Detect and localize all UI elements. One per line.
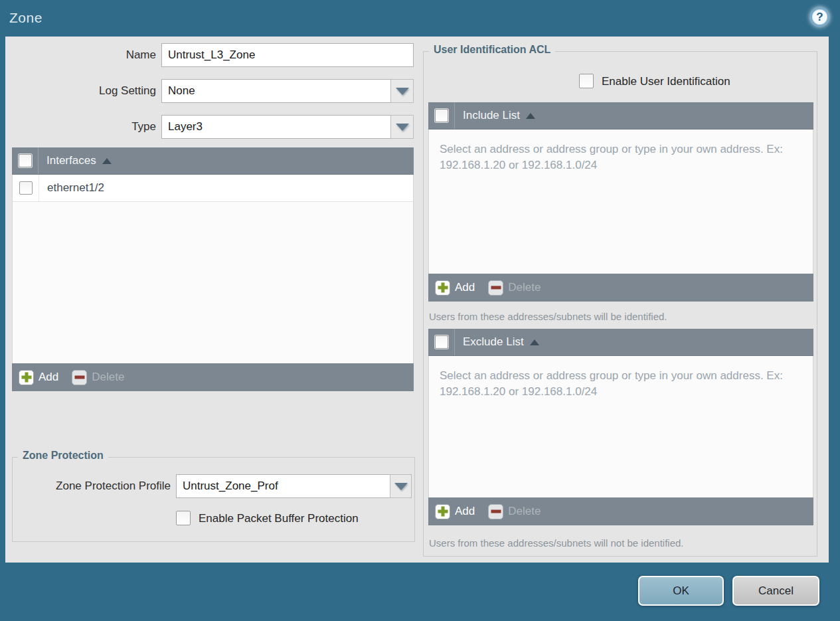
sort-ascending-icon[interactable] xyxy=(530,339,539,345)
dialog-title: Zone xyxy=(9,10,42,26)
type-input[interactable] xyxy=(161,115,391,139)
exclude-list-header-label: Exclude List xyxy=(463,335,524,349)
packet-buffer-protection-label: Enable Packet Buffer Protection xyxy=(199,512,359,525)
minus-icon xyxy=(72,370,87,385)
include-list-footer: Add Delete xyxy=(428,274,813,302)
exclude-list-caption: Users from these addresses/subnets will … xyxy=(429,537,684,549)
interfaces-delete-button[interactable]: Delete xyxy=(72,370,124,385)
chevron-down-icon xyxy=(396,124,409,131)
type-dropdown-button[interactable] xyxy=(390,115,414,139)
chevron-down-icon xyxy=(396,88,409,95)
help-icon[interactable]: ? xyxy=(810,7,829,27)
zone-protection-legend: Zone Protection xyxy=(18,450,108,462)
include-list-placeholder: Select an address or address group or ty… xyxy=(429,130,801,173)
include-list-header-label: Include List xyxy=(463,109,520,122)
zone-protection-profile-dropdown-button[interactable] xyxy=(390,474,412,498)
enable-user-identification-checkbox[interactable] xyxy=(579,74,594,88)
include-list-caption: Users from these addresses/subnets will … xyxy=(429,311,667,322)
interface-row[interactable]: ethernet1/2 xyxy=(12,175,414,202)
interfaces-select-all-checkbox[interactable] xyxy=(19,154,32,167)
minus-icon xyxy=(488,280,503,296)
sort-ascending-icon[interactable] xyxy=(526,113,535,119)
interfaces-table-body xyxy=(12,202,414,363)
exclude-list-table: Exclude List Select an address or addres… xyxy=(428,329,813,525)
name-input[interactable] xyxy=(161,43,414,67)
interfaces-add-button[interactable]: Add xyxy=(19,370,58,385)
type-label: Type xyxy=(5,115,156,139)
sort-ascending-icon[interactable] xyxy=(102,158,112,164)
interfaces-table-footer: Add Delete xyxy=(12,363,414,391)
log-setting-label: Log Setting xyxy=(5,79,156,103)
cancel-button[interactable]: Cancel xyxy=(732,576,819,606)
include-list-body[interactable]: Select an address or address group or ty… xyxy=(428,130,813,274)
include-list-header: Include List xyxy=(428,102,813,130)
log-setting-input[interactable] xyxy=(161,79,391,103)
zone-protection-profile-input[interactable] xyxy=(176,474,390,498)
interface-name: ethernet1/2 xyxy=(47,181,104,195)
exclude-delete-button[interactable]: Delete xyxy=(488,504,541,519)
interfaces-table-header: Interfaces xyxy=(12,147,414,175)
log-setting-dropdown-button[interactable] xyxy=(390,79,414,103)
user-identification-fieldset: User Identification ACL Enable User Iden… xyxy=(423,51,817,557)
zone-protection-profile-label: Zone Protection Profile xyxy=(13,474,171,498)
chevron-down-icon xyxy=(394,483,408,490)
ok-button[interactable]: OK xyxy=(638,576,724,606)
minus-icon xyxy=(488,504,503,519)
include-list-table: Include List Select an address or addres… xyxy=(428,102,813,302)
zone-protection-fieldset: Zone Protection Zone Protection Profile … xyxy=(12,457,415,542)
exclude-list-select-all-checkbox[interactable] xyxy=(435,335,448,349)
plus-icon xyxy=(435,504,450,519)
dialog-titlebar: Zone ? xyxy=(0,0,840,37)
user-identification-legend: User Identification ACL xyxy=(429,44,555,56)
include-list-select-all-checkbox[interactable] xyxy=(435,109,448,122)
include-delete-button[interactable]: Delete xyxy=(488,280,541,296)
dialog-body: Name Log Setting Type Interfaces etherne… xyxy=(5,37,829,563)
exclude-add-button[interactable]: Add xyxy=(435,504,475,519)
enable-user-identification-label: Enable User Identification xyxy=(602,75,730,88)
exclude-list-footer: Add Delete xyxy=(428,497,813,525)
include-add-button[interactable]: Add xyxy=(435,280,475,296)
exclude-list-header: Exclude List xyxy=(428,329,813,356)
plus-icon xyxy=(435,280,450,296)
exclude-list-body[interactable]: Select an address or address group or ty… xyxy=(428,356,813,497)
exclude-list-placeholder: Select an address or address group or ty… xyxy=(429,356,801,400)
interfaces-table: Interfaces ethernet1/2 Add Delete xyxy=(12,147,414,391)
packet-buffer-protection-checkbox[interactable] xyxy=(176,511,191,525)
interface-row-checkbox[interactable] xyxy=(19,181,33,195)
plus-icon xyxy=(19,370,34,385)
interfaces-header-label: Interfaces xyxy=(46,154,96,167)
name-label: Name xyxy=(5,43,156,67)
